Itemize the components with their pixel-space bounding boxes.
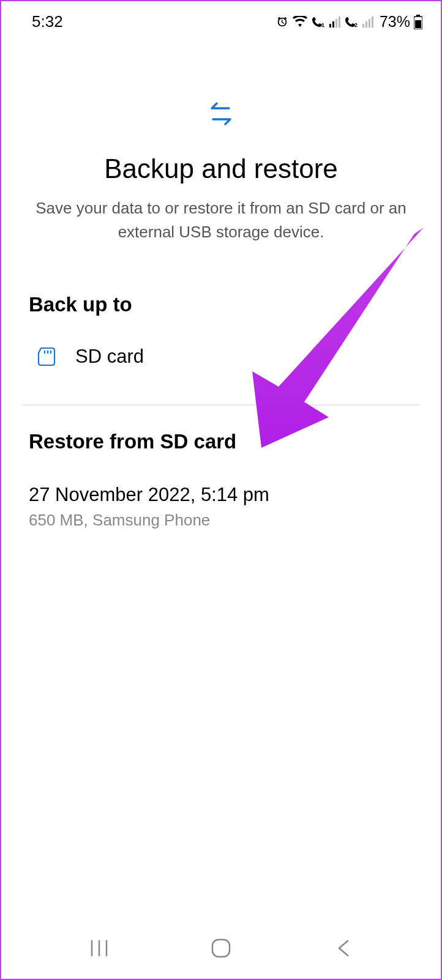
svg-rect-7 (365, 21, 367, 28)
status-bar: 5:32 1 2 73% (1, 1, 441, 37)
backup-section-header: Back up to (29, 293, 413, 316)
svg-rect-6 (362, 24, 364, 28)
signal1-icon (329, 17, 340, 28)
home-button[interactable] (206, 936, 236, 960)
svg-rect-12 (415, 20, 421, 28)
signal2-icon (362, 17, 373, 28)
wifi-icon (293, 16, 307, 28)
backup-entry[interactable]: 27 November 2022, 5:14 pm 650 MB, Samsun… (29, 484, 413, 530)
svg-text:2: 2 (354, 22, 358, 28)
sd-card-label: SD card (75, 346, 144, 368)
battery-percent: 73% (380, 13, 410, 31)
svg-rect-2 (332, 21, 334, 28)
svg-rect-8 (369, 19, 370, 28)
back-button[interactable] (328, 936, 358, 960)
status-icons: 1 2 73% (275, 13, 422, 31)
page-header: Backup and restore Save your data to or … (1, 37, 441, 275)
page-title: Backup and restore (26, 154, 416, 184)
restore-section: Restore from SD card 27 November 2022, 5… (1, 406, 441, 554)
page-subtitle: Save your data to or restore it from an … (26, 196, 416, 244)
svg-rect-4 (339, 17, 340, 28)
sd-card-item[interactable]: SD card (29, 341, 413, 386)
transfer-icon (206, 98, 236, 129)
svg-rect-3 (335, 19, 337, 28)
restore-section-header: Restore from SD card (29, 430, 413, 453)
backup-section: Back up to SD card (1, 275, 441, 404)
volte1-icon: 1 (311, 16, 326, 28)
status-time: 5:32 (32, 12, 63, 31)
svg-rect-9 (372, 17, 373, 28)
svg-rect-19 (212, 940, 230, 957)
backup-date: 27 November 2022, 5:14 pm (29, 484, 413, 506)
recents-button[interactable] (84, 936, 114, 960)
alarm-icon (275, 15, 289, 29)
backup-meta: 650 MB, Samsung Phone (29, 511, 413, 530)
navigation-bar (1, 918, 441, 979)
svg-rect-1 (329, 24, 331, 28)
volte2-icon: 2 (344, 16, 359, 28)
sd-card-icon (36, 346, 57, 367)
svg-text:1: 1 (321, 22, 324, 28)
battery-icon (414, 15, 422, 29)
